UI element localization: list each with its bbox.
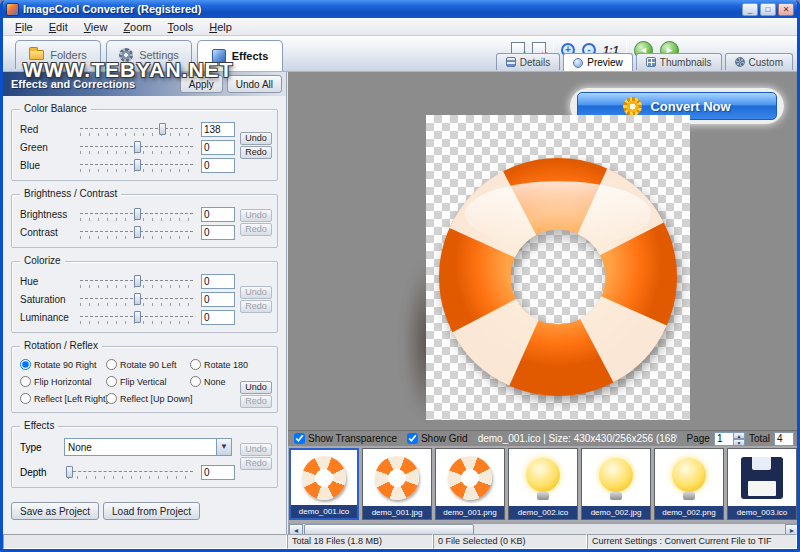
brightness-contrast-undo-button[interactable]: Undo bbox=[240, 209, 272, 222]
red-value-field[interactable]: 138 bbox=[201, 122, 235, 137]
tab-thumbnails[interactable]: Thumbnails bbox=[636, 53, 722, 70]
hue-slider[interactable] bbox=[78, 275, 195, 288]
effect-type-value: None bbox=[65, 442, 216, 453]
contrast-value-field[interactable]: 0 bbox=[201, 225, 235, 240]
transparency-checkerboard bbox=[426, 115, 690, 420]
saturation-slider-thumb[interactable] bbox=[134, 293, 141, 305]
minimize-button[interactable]: _ bbox=[742, 3, 758, 16]
thumbnail-item[interactable]: demo_002.png bbox=[654, 448, 724, 520]
thumbnail-caption: demo_001.ico bbox=[291, 505, 357, 518]
effects-redo-button[interactable]: Redo bbox=[240, 457, 272, 470]
undo-all-button[interactable]: Undo All bbox=[227, 75, 282, 93]
thumbnail-item[interactable]: demo_002.ico bbox=[508, 448, 578, 520]
luminance-value-field[interactable]: 0 bbox=[201, 310, 235, 325]
effect-type-dropdown[interactable]: None ▼ bbox=[64, 438, 232, 456]
total-pages-value: 4 bbox=[774, 432, 794, 446]
thumbnail-caption: demo_001.png bbox=[436, 506, 504, 519]
page-up-icon[interactable]: ▲ bbox=[734, 432, 745, 439]
menu-zoom[interactable]: Zoom bbox=[115, 19, 159, 35]
status-total-files: Total 18 Files (1.8 MB) bbox=[287, 534, 433, 549]
radio-reflect-left-right[interactable]: Reflect [Left Right] bbox=[20, 391, 106, 406]
menu-edit[interactable]: Edit bbox=[41, 19, 76, 35]
colorize-redo-button[interactable]: Redo bbox=[240, 300, 272, 313]
depth-slider[interactable] bbox=[66, 466, 195, 479]
brightness-value-field[interactable]: 0 bbox=[201, 207, 235, 222]
color-balance-redo-button[interactable]: Redo bbox=[240, 146, 272, 159]
reflect-up-down-radio[interactable] bbox=[106, 393, 117, 404]
menu-tools[interactable]: Tools bbox=[160, 19, 202, 35]
saturation-slider[interactable] bbox=[78, 293, 195, 306]
project-buttons: Save as Project Load from Project bbox=[11, 502, 286, 520]
color-balance-undo-button[interactable]: Undo bbox=[240, 132, 272, 145]
rotation-reflex-group: Rotation / Reflex Rotate 90 Right Rotate… bbox=[11, 346, 278, 413]
rotate-90-right-radio[interactable] bbox=[20, 359, 31, 370]
radio-rotate-90-left[interactable]: Rotate 90 Left bbox=[106, 357, 190, 372]
blue-slider[interactable] bbox=[78, 159, 195, 172]
tab-details[interactable]: Details bbox=[496, 53, 561, 70]
thumbnail-item[interactable]: demo_001.ico bbox=[289, 448, 359, 520]
blue-slider-thumb[interactable] bbox=[134, 159, 141, 171]
rotate-90-left-radio[interactable] bbox=[106, 359, 117, 370]
menu-help[interactable]: Help bbox=[201, 19, 240, 35]
rotation-undo-button[interactable]: Undo bbox=[240, 381, 272, 394]
red-slider[interactable] bbox=[78, 123, 195, 136]
preview-area: Convert Now bbox=[288, 72, 800, 537]
save-as-project-button[interactable]: Save as Project bbox=[11, 502, 99, 520]
luminance-slider[interactable] bbox=[78, 311, 195, 324]
red-slider-thumb[interactable] bbox=[159, 123, 166, 135]
show-grid-checkbox[interactable]: Show Grid bbox=[407, 433, 468, 444]
brightness-slider[interactable] bbox=[78, 208, 195, 221]
green-slider-thumb[interactable] bbox=[134, 141, 141, 153]
luminance-slider-thumb[interactable] bbox=[134, 311, 141, 323]
flip-vertical-label: Flip Vertical bbox=[120, 377, 167, 387]
flip-vertical-radio[interactable] bbox=[106, 376, 117, 387]
tab-preview[interactable]: Preview bbox=[563, 53, 633, 71]
brightness-slider-thumb[interactable] bbox=[134, 208, 141, 220]
maximize-button[interactable]: □ bbox=[760, 3, 776, 16]
green-slider[interactable] bbox=[78, 141, 195, 154]
floppy-thumbnail-icon bbox=[741, 457, 783, 499]
thumbnail-item[interactable]: demo_001.png bbox=[435, 448, 505, 520]
tab-preview-label: Preview bbox=[587, 57, 623, 68]
effects-panel: Effects and Corrections Apply Undo All C… bbox=[3, 72, 287, 537]
saturation-value-field[interactable]: 0 bbox=[201, 292, 235, 307]
flip-horizontal-radio[interactable] bbox=[20, 376, 31, 387]
menu-view[interactable]: View bbox=[76, 19, 116, 35]
menu-file[interactable]: File bbox=[7, 19, 41, 35]
radio-rotate-90-right[interactable]: Rotate 90 Right bbox=[20, 357, 106, 372]
rotation-redo-button[interactable]: Redo bbox=[240, 395, 272, 408]
brightness-contrast-redo-button[interactable]: Redo bbox=[240, 223, 272, 236]
tab-custom[interactable]: Custom bbox=[725, 53, 793, 70]
radio-flip-vertical[interactable]: Flip Vertical bbox=[106, 374, 190, 389]
page-number-field[interactable]: 1 bbox=[714, 432, 734, 446]
load-from-project-button[interactable]: Load from Project bbox=[103, 502, 200, 520]
thumbnail-item[interactable]: demo_002.jpg bbox=[581, 448, 651, 520]
color-balance-group: Color Balance Red 138 Green 0 Blue 0 Und… bbox=[11, 109, 278, 181]
radio-flip-horizontal[interactable]: Flip Horizontal bbox=[20, 374, 106, 389]
show-transparence-input[interactable] bbox=[294, 433, 305, 444]
close-button[interactable]: ✕ bbox=[778, 3, 794, 16]
flip-horizontal-label: Flip Horizontal bbox=[34, 377, 92, 387]
depth-value-field[interactable]: 0 bbox=[201, 465, 235, 480]
thumbnail-item[interactable]: demo_003.ico bbox=[727, 448, 797, 520]
page-down-icon[interactable]: ▼ bbox=[734, 439, 745, 446]
rotate-180-radio[interactable] bbox=[190, 359, 201, 370]
rotation-options: Rotate 90 Right Rotate 90 Left Rotate 18… bbox=[20, 357, 269, 406]
green-value-field[interactable]: 0 bbox=[201, 140, 235, 155]
contrast-slider-thumb[interactable] bbox=[134, 226, 141, 238]
show-grid-input[interactable] bbox=[407, 433, 418, 444]
radio-rotate-180[interactable]: Rotate 180 bbox=[190, 357, 269, 372]
hue-slider-thumb[interactable] bbox=[134, 275, 141, 287]
reflect-left-right-radio[interactable] bbox=[20, 393, 31, 404]
radio-reflect-up-down[interactable]: Reflect [Up Down] bbox=[106, 391, 190, 406]
colorize-undo-button[interactable]: Undo bbox=[240, 286, 272, 299]
thumbnail-item[interactable]: demo_001.jpg bbox=[362, 448, 432, 520]
blue-value-field[interactable]: 0 bbox=[201, 158, 235, 173]
depth-slider-thumb[interactable] bbox=[66, 466, 73, 478]
hue-value-field[interactable]: 0 bbox=[201, 274, 235, 289]
none-radio[interactable] bbox=[190, 376, 201, 387]
effects-undo-button[interactable]: Undo bbox=[240, 443, 272, 456]
show-transparence-checkbox[interactable]: Show Transparence bbox=[294, 433, 397, 444]
chevron-down-icon[interactable]: ▼ bbox=[216, 439, 231, 455]
contrast-slider[interactable] bbox=[78, 226, 195, 239]
